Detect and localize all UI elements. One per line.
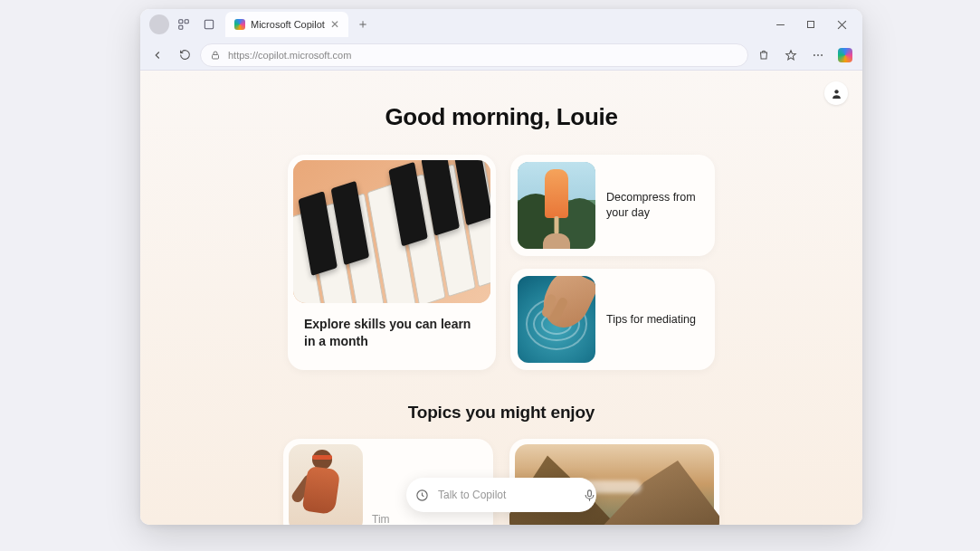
card-tips-mediating[interactable]: Tips for mediating <box>510 269 715 370</box>
svg-point-13 <box>834 90 838 93</box>
card-label: Decompress from your day <box>606 190 708 221</box>
profile-avatar-icon[interactable] <box>149 14 169 34</box>
browser-window: Microsoft Copilot ✕ ＋ h <box>140 9 862 525</box>
greeting-heading: Good morning, Louie <box>140 103 862 131</box>
prompt-bar <box>406 478 596 512</box>
site-info-lock-icon[interactable] <box>210 50 221 61</box>
address-field[interactable]: https://copilot.microsoft.com <box>200 43 748 67</box>
card-label: Explore skills you can learn in a month <box>293 303 490 350</box>
svg-point-11 <box>817 54 819 56</box>
svg-rect-1 <box>185 20 188 24</box>
copilot-favicon-icon <box>234 19 245 30</box>
more-menu-icon[interactable] <box>806 43 830 67</box>
svg-rect-0 <box>179 20 183 24</box>
card-explore-skills[interactable]: Explore skills you can learn in a month <box>288 155 496 370</box>
refresh-button[interactable] <box>173 43 196 67</box>
topic-image-runner <box>289 444 363 525</box>
topic-label-partial: Tim <box>372 513 390 525</box>
close-tab-icon[interactable]: ✕ <box>330 18 339 31</box>
card-image-popsicle <box>518 162 595 249</box>
card-label: Tips for mediating <box>606 312 701 328</box>
favorites-icon[interactable] <box>779 43 803 67</box>
history-icon[interactable] <box>415 487 429 503</box>
maximize-button[interactable] <box>797 12 824 37</box>
svg-rect-15 <box>588 489 592 496</box>
prompt-input[interactable] <box>438 489 574 501</box>
window-controls <box>766 12 855 37</box>
microphone-icon[interactable] <box>583 487 596 503</box>
address-bar-row: https://copilot.microsoft.com <box>140 40 862 71</box>
svg-marker-9 <box>786 50 796 59</box>
tab-title: Microsoft Copilot <box>251 19 325 30</box>
svg-rect-2 <box>179 25 183 29</box>
titlebar: Microsoft Copilot ✕ ＋ <box>140 9 862 40</box>
card-image-piano <box>293 160 490 303</box>
back-button[interactable] <box>146 43 169 67</box>
copilot-sidebar-icon[interactable] <box>833 43 857 67</box>
browser-tab[interactable]: Microsoft Copilot ✕ <box>225 12 348 37</box>
svg-point-12 <box>821 54 823 56</box>
topics-heading: Topics you might enjoy <box>140 403 862 423</box>
suggestion-cards: Explore skills you can learn in a month … <box>140 155 862 370</box>
url-text: https://copilot.microsoft.com <box>228 50 351 61</box>
card-decompress[interactable]: Decompress from your day <box>510 155 715 256</box>
new-tab-button[interactable]: ＋ <box>352 14 374 35</box>
shopping-icon[interactable] <box>752 43 775 67</box>
account-avatar-button[interactable] <box>824 81 848 105</box>
card-image-water <box>518 276 595 363</box>
svg-rect-5 <box>808 22 814 28</box>
workspaces-icon[interactable] <box>173 14 195 35</box>
tab-actions-icon[interactable] <box>198 14 220 35</box>
minimize-button[interactable] <box>766 12 794 37</box>
close-window-button[interactable] <box>828 12 855 37</box>
svg-rect-3 <box>205 20 213 28</box>
svg-point-10 <box>813 54 815 56</box>
page-content: Good morning, Louie Explore skills you c… <box>140 71 862 525</box>
svg-rect-8 <box>213 54 219 59</box>
